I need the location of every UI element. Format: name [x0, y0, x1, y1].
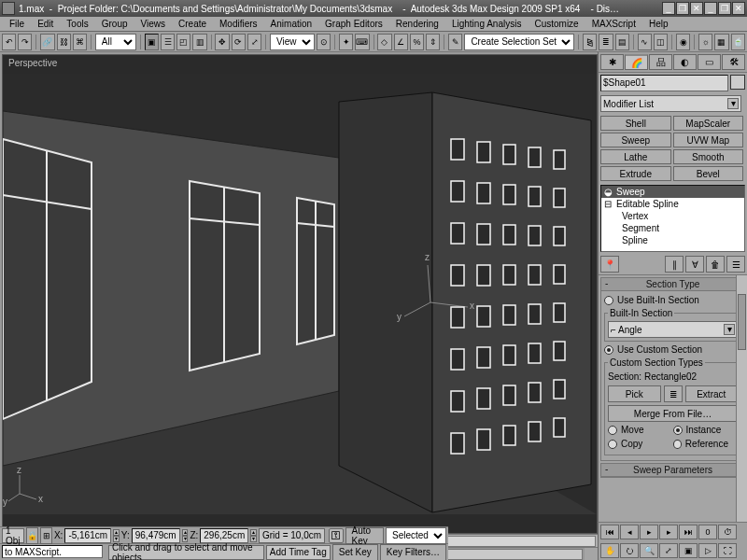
- move-button[interactable]: ✥: [215, 34, 229, 50]
- select-by-name-button[interactable]: ☰: [161, 34, 175, 50]
- stack-sub-segment[interactable]: Segment: [601, 222, 744, 234]
- quick-render-button[interactable]: 🍵: [731, 34, 745, 50]
- child-restore-button[interactable]: ❐: [718, 2, 731, 15]
- make-unique-button[interactable]: ∀: [685, 256, 704, 273]
- time-config-button[interactable]: 0: [698, 525, 717, 539]
- manipulate-button[interactable]: ✦: [339, 34, 353, 50]
- menu-modifiers[interactable]: Modifiers: [214, 18, 263, 30]
- y-input[interactable]: 96,479cm: [132, 528, 180, 543]
- autokey-button[interactable]: Auto Key: [345, 527, 384, 544]
- prev-frame-button[interactable]: ◂: [620, 525, 639, 539]
- tab-display[interactable]: ▭: [698, 54, 721, 70]
- stack-sub-vertex[interactable]: Vertex: [601, 210, 744, 222]
- z-input[interactable]: 296,25cm: [200, 528, 248, 543]
- menu-help[interactable]: Help: [643, 18, 674, 30]
- radio-use-builtin[interactable]: Use Built-In Section: [604, 294, 741, 306]
- restore-button[interactable]: ❐: [676, 2, 689, 15]
- menu-edit[interactable]: Edit: [32, 18, 59, 30]
- menu-file[interactable]: File: [4, 18, 30, 30]
- goto-start-button[interactable]: ⏮: [600, 525, 619, 539]
- setkey-button[interactable]: Set Key: [332, 544, 378, 561]
- lock-selection-button[interactable]: 🔒: [26, 527, 38, 544]
- stack-item-sweep[interactable]: ◒Sweep: [601, 186, 744, 198]
- curve-editor-button[interactable]: ∿: [638, 34, 652, 50]
- schematic-view-button[interactable]: ◫: [654, 34, 668, 50]
- arc-rotate-button[interactable]: ⭮: [620, 543, 639, 558]
- show-end-result-button[interactable]: ∥: [665, 256, 684, 273]
- radio-instance[interactable]: Instance: [673, 424, 729, 436]
- stack-item-editable-spline[interactable]: ⊟Editable Spline: [601, 198, 744, 210]
- scale-button[interactable]: ⤢: [247, 34, 261, 50]
- child-close-button[interactable]: ✕: [732, 2, 745, 15]
- angle-snap-button[interactable]: ∠: [394, 34, 408, 50]
- zoom-all-button[interactable]: ⤢: [659, 543, 678, 558]
- mod-shell[interactable]: Shell: [600, 116, 671, 131]
- viewport-perspective[interactable]: Perspective: [2, 54, 598, 534]
- ref-coord-dropdown[interactable]: View: [270, 34, 315, 50]
- object-name-input[interactable]: $Shape01: [600, 75, 728, 91]
- fov-button[interactable]: ▷: [698, 543, 717, 558]
- zoom-extents-button[interactable]: ▣: [679, 543, 698, 558]
- unlink-button[interactable]: ⛓: [57, 34, 71, 50]
- time-settings-button[interactable]: ⏱: [718, 525, 737, 539]
- undo-button[interactable]: ↶: [2, 34, 16, 50]
- mod-uvwmap[interactable]: UVW Map: [673, 133, 744, 147]
- merge-from-file-button[interactable]: Merge From File…: [608, 405, 738, 422]
- minimize-button[interactable]: _: [662, 2, 675, 15]
- rollout-header-section-type[interactable]: Section Type: [601, 278, 744, 291]
- named-selection-dropdown[interactable]: Create Selection Set: [464, 34, 574, 50]
- layers-button[interactable]: ▤: [615, 34, 629, 50]
- mod-smooth[interactable]: Smooth: [673, 149, 744, 164]
- percent-snap-button[interactable]: %: [410, 34, 424, 50]
- keyboard-shortcut-button[interactable]: ⌨: [355, 34, 369, 50]
- tab-hierarchy[interactable]: 品: [649, 54, 672, 70]
- redo-button[interactable]: ↷: [18, 34, 32, 50]
- tab-motion[interactable]: ◐: [673, 54, 697, 70]
- select-button[interactable]: ▣: [145, 34, 159, 50]
- menu-animation[interactable]: Animation: [265, 18, 317, 30]
- menu-rendering[interactable]: Rendering: [390, 18, 444, 30]
- tab-create[interactable]: ✱: [600, 54, 624, 70]
- key-mode-dropdown[interactable]: Selected: [386, 527, 446, 544]
- align-button[interactable]: ≣: [599, 34, 613, 50]
- maxscript-mini-listener[interactable]: to MAXScript.: [2, 545, 103, 558]
- named-sel-edit[interactable]: ✎: [448, 34, 462, 50]
- mod-extrude[interactable]: Extrude: [600, 166, 671, 181]
- render-setup-button[interactable]: ☼: [698, 34, 712, 50]
- menu-graph-editors[interactable]: Graph Editors: [319, 18, 388, 30]
- modifier-list-dropdown[interactable]: Modifier List▾: [600, 95, 741, 112]
- next-frame-button[interactable]: ▸: [659, 525, 678, 539]
- builtin-section-dropdown[interactable]: ⌐ Angle▾: [608, 321, 738, 338]
- menu-create[interactable]: Create: [173, 18, 212, 30]
- menu-customize[interactable]: Customize: [529, 18, 584, 30]
- window-crossing-button[interactable]: ▥: [192, 34, 206, 50]
- close-button[interactable]: ✕: [690, 2, 703, 15]
- mod-bevel[interactable]: Bevel: [673, 166, 744, 181]
- render-frame-button[interactable]: ▦: [714, 34, 728, 50]
- link-button[interactable]: 🔗: [40, 34, 54, 50]
- configure-sets-button[interactable]: ☰: [726, 256, 745, 273]
- tab-modify[interactable]: 🌈: [625, 54, 648, 70]
- pin-stack-button[interactable]: 📍: [600, 256, 619, 273]
- menu-maxscript[interactable]: MAXScript: [586, 18, 641, 30]
- maximize-viewport-button[interactable]: ⛶: [718, 543, 737, 558]
- abs-transform-button[interactable]: ⊞: [40, 527, 52, 544]
- snap-toggle-button[interactable]: ◇: [377, 34, 391, 50]
- x-input[interactable]: -5,161cm: [64, 528, 111, 543]
- pan-view-button[interactable]: ✋: [600, 543, 619, 558]
- bind-button[interactable]: ⌘: [73, 34, 87, 50]
- selection-filter-dropdown[interactable]: All: [95, 34, 136, 50]
- menu-tools[interactable]: Tools: [61, 18, 93, 30]
- goto-end-button[interactable]: ⏭: [679, 525, 698, 539]
- modifier-stack[interactable]: ◒Sweep ⊟Editable Spline Vertex Segment S…: [600, 185, 745, 252]
- mod-sweep[interactable]: Sweep: [600, 133, 671, 147]
- set-key-icon[interactable]: ⚿: [329, 528, 344, 543]
- mirror-button[interactable]: ⧎: [583, 34, 597, 50]
- menu-views[interactable]: Views: [135, 18, 172, 30]
- tab-utilities[interactable]: 🛠: [722, 54, 745, 70]
- select-region-button[interactable]: ◰: [176, 34, 190, 50]
- add-time-tag[interactable]: Add Time Tag: [266, 545, 331, 560]
- mod-mapscaler[interactable]: MapScaler: [673, 116, 744, 131]
- radio-use-custom[interactable]: Use Custom Section: [604, 343, 741, 356]
- spinner-snap-button[interactable]: ⇕: [426, 34, 440, 50]
